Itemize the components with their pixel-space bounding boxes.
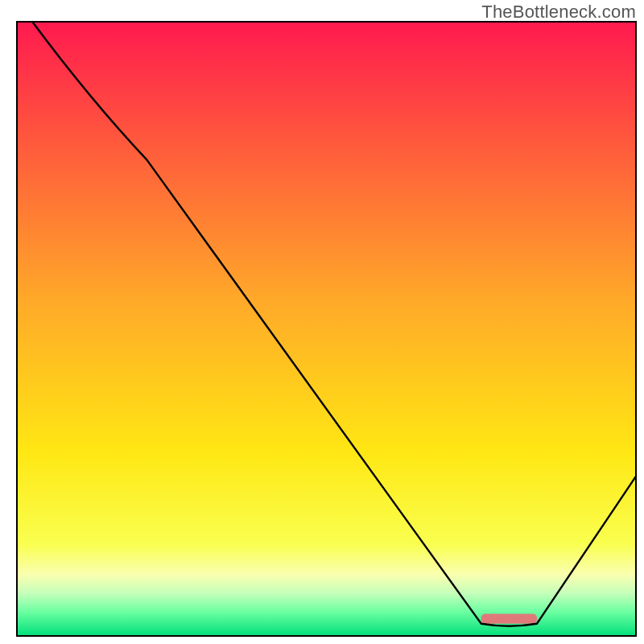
- plot-background: [17, 22, 636, 636]
- watermark-text: TheBottleneck.com: [481, 2, 636, 23]
- bottleneck-chart: [0, 0, 644, 644]
- highlight-bar: [481, 614, 537, 624]
- chart-container: TheBottleneck.com: [0, 0, 644, 644]
